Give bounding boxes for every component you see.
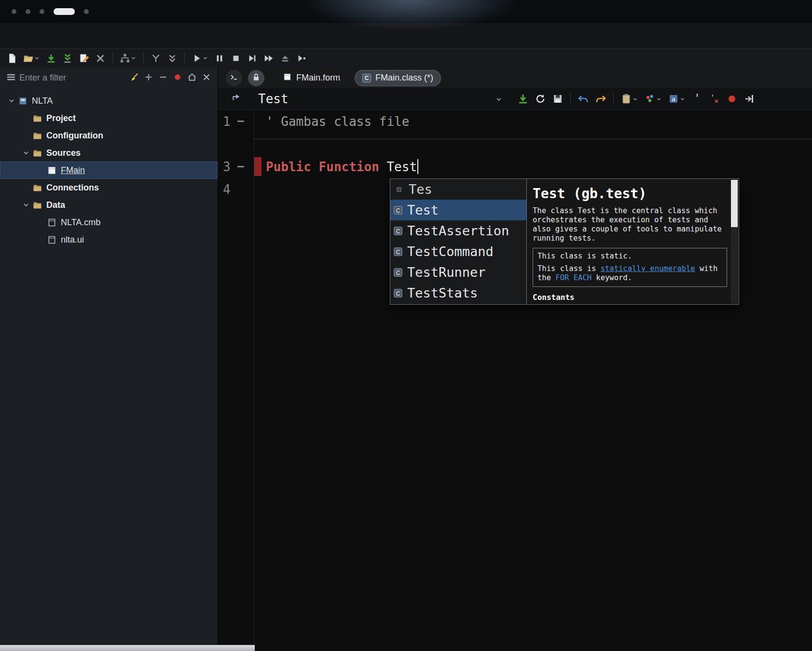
goto-button[interactable] bbox=[742, 92, 757, 106]
undo-button[interactable] bbox=[576, 92, 591, 106]
home-icon bbox=[187, 72, 197, 84]
new-file-button[interactable] bbox=[5, 51, 19, 66]
code-token: ' Gambas class file bbox=[266, 114, 409, 129]
collapse-tree-button[interactable] bbox=[156, 71, 170, 85]
step-icon bbox=[247, 53, 258, 64]
doc-description: The class Test is the central class whic… bbox=[533, 206, 727, 243]
doc-static-line: This class is static. bbox=[537, 252, 722, 261]
doc-link[interactable]: statically enumerable bbox=[601, 264, 695, 273]
paste-menu-button[interactable] bbox=[619, 92, 640, 106]
console-button[interactable] bbox=[226, 70, 242, 86]
autocomplete-item-testrunner[interactable]: CTestRunner bbox=[390, 262, 526, 283]
properties-button[interactable] bbox=[93, 51, 108, 66]
autocomplete-item-teststats[interactable]: CTestStats bbox=[390, 283, 526, 303]
open-terminal-button[interactable] bbox=[278, 51, 292, 66]
code-line-3[interactable]: Public Function Test bbox=[254, 155, 812, 178]
titlebar bbox=[0, 0, 812, 23]
terminal-icon bbox=[229, 72, 239, 84]
svg-text:C: C bbox=[396, 248, 400, 255]
folder-icon bbox=[32, 148, 42, 158]
svg-text:C: C bbox=[396, 207, 400, 214]
main-split: NLTAProjectConfigurationSourcesFMainConn… bbox=[0, 68, 812, 651]
class-icon: C bbox=[393, 288, 403, 298]
autocomplete-query: Tes bbox=[409, 182, 432, 197]
undo-icon bbox=[578, 93, 589, 105]
class-icon: C bbox=[393, 246, 403, 257]
refresh-icon bbox=[535, 93, 546, 105]
tree-item-sources[interactable]: Sources bbox=[0, 144, 218, 162]
run-button[interactable] bbox=[190, 51, 210, 66]
autocomplete-item-testcommand[interactable]: CTestCommand bbox=[390, 241, 526, 262]
tree-item-project[interactable]: Project bbox=[0, 109, 218, 127]
clear-filter-button[interactable] bbox=[127, 71, 141, 85]
tab-fmain-form[interactable]: FMain.form bbox=[275, 70, 348, 86]
code-editor[interactable]: ' Gambas class filePublic Function Test … bbox=[254, 110, 812, 651]
tab-label: FMain.class (*) bbox=[375, 73, 433, 83]
uncomment-button[interactable]: ' bbox=[707, 92, 722, 106]
tree-item-nlta[interactable]: NLTA bbox=[0, 92, 218, 109]
tree-item-nlta-ui[interactable]: nlta.ui bbox=[0, 231, 218, 248]
file-icon bbox=[46, 217, 57, 228]
show-modified-button[interactable] bbox=[170, 71, 185, 85]
tree-item-nlta-cmb[interactable]: NLTA.cmb bbox=[0, 214, 218, 231]
eject-icon bbox=[280, 53, 290, 64]
hierarchy-button[interactable] bbox=[118, 51, 138, 66]
open-project-button[interactable] bbox=[21, 51, 42, 66]
charmap-icon: a bbox=[668, 93, 679, 105]
class-icon: C bbox=[362, 74, 371, 82]
tree-item-label: Data bbox=[46, 200, 65, 210]
tab-fmain-class-[interactable]: CFMain.class (*) bbox=[355, 70, 441, 86]
save-file-button[interactable] bbox=[515, 92, 531, 106]
breakpoint-button[interactable] bbox=[724, 92, 740, 106]
tree-item-fmain[interactable]: FMain bbox=[0, 162, 218, 179]
autocomplete-item-label: TestAssertion bbox=[407, 223, 509, 238]
menu-button[interactable] bbox=[4, 71, 18, 85]
doc-scrollbar[interactable] bbox=[731, 180, 738, 303]
gutter-row bbox=[218, 133, 254, 155]
close-panel-button[interactable] bbox=[199, 71, 214, 85]
step-button[interactable] bbox=[245, 51, 260, 66]
filter-input[interactable] bbox=[19, 73, 126, 83]
code-line-1[interactable]: ' Gambas class file bbox=[254, 110, 812, 133]
save-project-button[interactable] bbox=[44, 51, 58, 66]
pause-button[interactable] bbox=[212, 51, 227, 66]
autocomplete-item-test[interactable]: CTest bbox=[390, 200, 526, 220]
forward-button[interactable] bbox=[261, 51, 276, 66]
expand-all-button[interactable] bbox=[165, 51, 179, 66]
expand-tree-button[interactable] bbox=[141, 71, 156, 85]
procedure-combo[interactable]: Test bbox=[254, 90, 508, 108]
class-icon: C bbox=[393, 267, 403, 278]
tree-item-connections[interactable]: Connections bbox=[0, 179, 218, 196]
redo-button[interactable] bbox=[593, 92, 608, 106]
lock-icon bbox=[251, 72, 261, 84]
doc-scrollbar-thumb[interactable] bbox=[731, 180, 738, 227]
fold-marker-icon[interactable] bbox=[237, 166, 244, 167]
code-line-blank-1[interactable] bbox=[254, 133, 812, 155]
reload-button[interactable] bbox=[533, 92, 548, 106]
tree-chevron-icon[interactable] bbox=[20, 201, 32, 209]
word-icon bbox=[394, 185, 404, 194]
tree-chevron-icon[interactable] bbox=[20, 149, 32, 157]
edit-button[interactable] bbox=[77, 51, 91, 66]
comment-button[interactable]: ' bbox=[689, 92, 705, 106]
home-button[interactable] bbox=[185, 71, 199, 85]
doc-link[interactable]: FOR EACH bbox=[555, 273, 592, 282]
step-out-button[interactable] bbox=[294, 51, 309, 66]
tree-item-data[interactable]: Data bbox=[0, 196, 218, 214]
breadcrumb-arrow-icon bbox=[231, 93, 242, 105]
compile-button[interactable] bbox=[60, 51, 75, 66]
insert-menu-button[interactable]: a bbox=[666, 92, 688, 106]
tree-item-configuration[interactable]: Configuration bbox=[0, 127, 218, 144]
minus-icon bbox=[158, 72, 168, 84]
project-tree: NLTAProjectConfigurationSourcesFMainConn… bbox=[0, 88, 218, 651]
fold-marker-icon[interactable] bbox=[237, 121, 244, 122]
chevron-mini-icon bbox=[632, 96, 638, 102]
merge-button[interactable] bbox=[149, 51, 163, 66]
redo-icon bbox=[595, 93, 606, 105]
format-menu-button[interactable] bbox=[642, 92, 664, 106]
print-button[interactable] bbox=[550, 92, 565, 106]
lock-button[interactable] bbox=[248, 70, 264, 86]
tree-chevron-icon[interactable] bbox=[6, 97, 17, 105]
stop-button[interactable] bbox=[229, 51, 243, 66]
autocomplete-item-testassertion[interactable]: CTestAssertion bbox=[390, 220, 526, 241]
